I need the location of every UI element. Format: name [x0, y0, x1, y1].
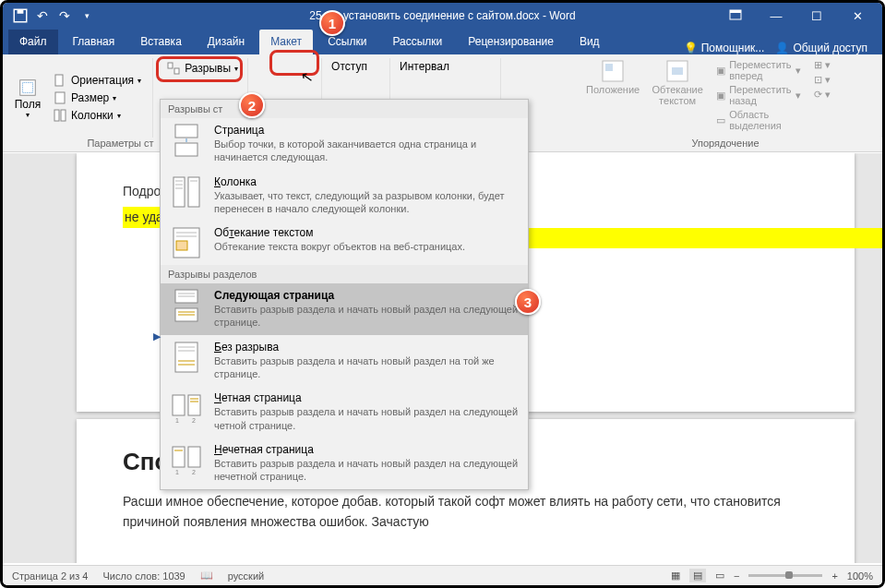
- indent-label: Отступ: [329, 58, 382, 75]
- selection-pane-button[interactable]: ▭ Область выделения: [712, 108, 804, 132]
- svg-rect-41: [188, 395, 200, 415]
- group-button[interactable]: ⊡ ▾: [810, 73, 870, 87]
- tab-file[interactable]: Файл: [8, 30, 58, 54]
- qat-more-icon[interactable]: ▾: [78, 7, 95, 24]
- orientation-button[interactable]: Ориентация ▾: [49, 72, 145, 89]
- svg-rect-17: [175, 143, 197, 156]
- break-next-page[interactable]: Следующая страницаВставить разрыв раздел…: [161, 283, 528, 335]
- share-button[interactable]: 👤 Общий доступ: [775, 42, 867, 54]
- next-page-break-icon: [170, 289, 203, 322]
- svg-rect-6: [55, 75, 63, 86]
- rotate-button[interactable]: ⟳ ▾: [810, 88, 870, 102]
- maximize-icon[interactable]: ☐: [806, 9, 828, 23]
- break-column[interactable]: ККолонкаолонкаУказывает, что текст, след…: [161, 170, 528, 222]
- current-indicator-icon: ▶: [153, 330, 161, 342]
- tell-me[interactable]: 💡 Помощник...: [684, 42, 765, 54]
- zoom-in-icon[interactable]: +: [831, 570, 837, 582]
- svg-rect-18: [173, 177, 185, 207]
- svg-rect-25: [176, 241, 187, 250]
- callout-badge-1: 1: [319, 10, 345, 36]
- svg-rect-39: [173, 395, 185, 415]
- break-odd-page[interactable]: 12 Нечетная страницаВставить разрыв разд…: [161, 438, 528, 489]
- page-break-icon: [170, 124, 203, 157]
- status-language[interactable]: русский: [228, 570, 264, 582]
- zoom-level[interactable]: 100%: [847, 570, 873, 582]
- text-wrap-break-icon: [170, 226, 203, 259]
- save-icon[interactable]: [12, 7, 29, 24]
- even-page-break-icon: 12: [170, 391, 203, 425]
- wrap-text-button[interactable]: Обтекание текстом: [648, 58, 707, 106]
- svg-rect-11: [174, 68, 179, 74]
- redo-icon[interactable]: ↷: [56, 7, 73, 24]
- svg-text:1: 1: [175, 469, 179, 475]
- align-button[interactable]: ⊞ ▾: [810, 58, 870, 72]
- tab-home[interactable]: Главная: [62, 30, 126, 54]
- breaks-dropdown: Разрывы ст СтраницаВыбор точки, в которо…: [160, 99, 529, 490]
- continuous-break-icon: [170, 341, 203, 374]
- undo-icon[interactable]: ↶: [34, 7, 51, 24]
- svg-rect-15: [672, 67, 683, 75]
- size-button[interactable]: Размер ▾: [49, 90, 145, 106]
- zoom-out-icon[interactable]: −: [734, 570, 739, 582]
- svg-rect-16: [175, 125, 197, 138]
- status-page[interactable]: Страница 2 из 4: [12, 570, 88, 582]
- status-proofing-icon[interactable]: 📖: [200, 570, 213, 582]
- break-page[interactable]: СтраницаВыбор точки, в которой заканчива…: [161, 118, 528, 170]
- svg-rect-8: [54, 110, 59, 121]
- tab-design[interactable]: Дизайн: [197, 30, 256, 54]
- interval-label: Интервал: [398, 58, 493, 75]
- svg-rect-7: [55, 92, 65, 103]
- break-even-page[interactable]: 12 Четная страницаВставить разрыв раздел…: [161, 386, 528, 438]
- svg-text:1: 1: [175, 417, 179, 424]
- tab-insert[interactable]: Вставка: [129, 30, 193, 54]
- odd-page-break-icon: 12: [170, 443, 203, 476]
- minimize-icon[interactable]: —: [765, 9, 787, 23]
- svg-rect-45: [173, 447, 185, 467]
- dropdown-section-page-breaks: Разрывы ст: [161, 100, 528, 118]
- ribbon-options-icon[interactable]: [724, 9, 747, 23]
- view-web-icon[interactable]: ▭: [715, 570, 724, 582]
- svg-rect-1: [18, 9, 24, 14]
- tab-mailings[interactable]: Рассылки: [381, 30, 453, 54]
- svg-rect-13: [605, 64, 613, 71]
- status-words[interactable]: Число слов: 1039: [102, 570, 185, 582]
- svg-rect-9: [61, 110, 66, 121]
- tab-view[interactable]: Вид: [568, 30, 611, 54]
- close-icon[interactable]: ✕: [846, 9, 868, 23]
- svg-text:2: 2: [192, 417, 196, 424]
- callout-badge-3: 3: [515, 289, 541, 315]
- svg-rect-10: [168, 63, 173, 68]
- column-break-icon: [170, 175, 203, 209]
- position-button[interactable]: Положение: [583, 58, 642, 95]
- break-text-wrap[interactable]: Обтекание текстомОбтекание текста вокруг…: [161, 221, 528, 265]
- tab-layout[interactable]: Макет: [259, 30, 313, 54]
- view-print-icon[interactable]: ▤: [689, 569, 706, 582]
- view-read-icon[interactable]: ▦: [671, 570, 680, 582]
- svg-text:2: 2: [192, 469, 196, 475]
- dropdown-section-section-breaks: Разрывы разделов: [161, 265, 528, 283]
- title-bar: ↶ ↷ ▾ 25. не установить соединение с сай…: [3, 3, 882, 29]
- bring-forward-button[interactable]: ▣ Переместить вперед ▾: [712, 58, 804, 82]
- tab-review[interactable]: Рецензирование: [457, 30, 565, 54]
- svg-rect-3: [730, 10, 741, 13]
- columns-button[interactable]: Колонки ▾: [49, 107, 145, 124]
- breaks-button[interactable]: Разрывы ▾: [161, 58, 244, 78]
- status-bar: Страница 2 из 4 Число слов: 1039 📖 русск…: [3, 565, 882, 585]
- paragraph: Расши имное обеспечение, которое добав.: [123, 491, 808, 533]
- ribbon-tabs: Файл Главная Вставка Дизайн Макет Ссылки…: [3, 29, 882, 54]
- document-title: 25. не установить соединение с сайтом.do…: [309, 9, 575, 22]
- zoom-slider[interactable]: [748, 574, 822, 577]
- break-continuous[interactable]: Без разрываВставить разрыв раздела и нач…: [161, 335, 528, 387]
- callout-badge-2: 2: [239, 92, 265, 118]
- group-arrange-label: Упорядочение: [568, 138, 882, 150]
- svg-rect-19: [188, 177, 199, 207]
- svg-rect-48: [188, 447, 200, 467]
- send-backward-button[interactable]: ▣ Переместить назад ▾: [712, 83, 804, 107]
- margins-button[interactable]: Поля ▾: [10, 78, 45, 119]
